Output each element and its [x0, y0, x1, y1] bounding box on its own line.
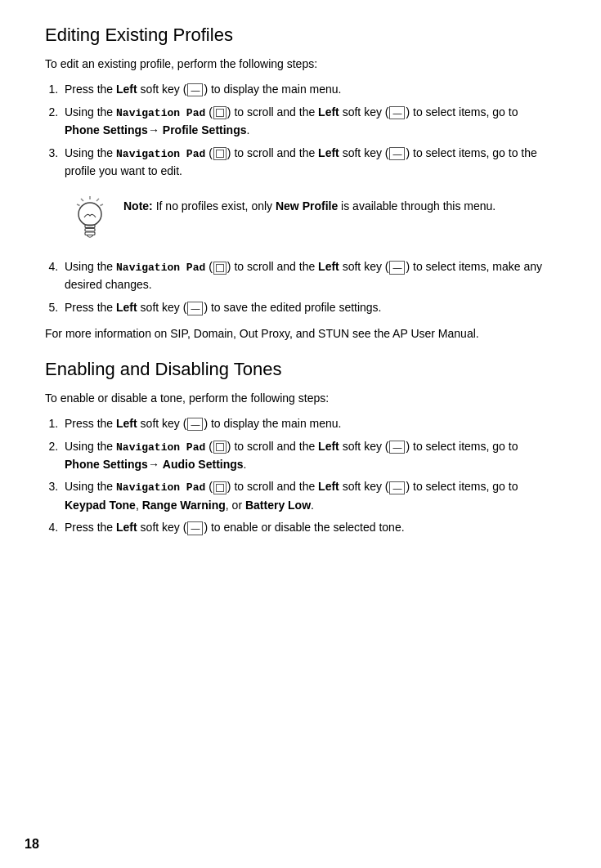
bold-left-s2-1: Left: [116, 417, 137, 430]
list-item: Using the Navigation Pad () to scroll an…: [61, 438, 556, 474]
bold-left-s2-2: Left: [318, 440, 339, 453]
list-item: Press the Left soft key (—) to save the …: [61, 299, 556, 317]
phone-settings-2: Phone Settings: [65, 123, 148, 136]
page-number: 18: [25, 837, 39, 852]
key-symbol-4: —: [389, 261, 405, 274]
section1-steps-continued: Using the Navigation Pad () to scroll an…: [61, 258, 556, 317]
nav-pad-icon-2: [213, 106, 226, 119]
note-text: Note: If no profiles exist, only New Pro…: [123, 195, 496, 215]
bold-left-1: Left: [116, 83, 137, 96]
key-symbol-5: —: [187, 302, 203, 315]
svg-rect-7: [85, 229, 95, 232]
section2-intro: To enable or disable a tone, perform the…: [45, 390, 556, 407]
bold-left-s2-3: Left: [318, 480, 339, 493]
profile-settings-2: Profile Settings: [163, 123, 247, 136]
section1-intro: To edit an existing profile, perform the…: [45, 56, 556, 73]
list-item: Press the Left soft key (—) to enable or…: [61, 519, 556, 537]
for-more-info: For more information on SIP, Domain, Out…: [45, 325, 556, 342]
section1-title: Editing Existing Profiles: [45, 25, 556, 46]
keypad-tone-bold: Keypad Tone: [65, 499, 136, 512]
range-warning-bold: Range Warning: [142, 499, 226, 512]
svg-line-4: [77, 204, 80, 206]
key-symbol-s2-1: —: [187, 418, 203, 431]
key-symbol-s2-4: —: [187, 521, 203, 535]
lightbulb-icon: [70, 195, 110, 244]
list-item: Using the Navigation Pad () to scroll an…: [61, 258, 556, 294]
list-item: Using the Navigation Pad () to scroll an…: [61, 145, 556, 181]
phone-settings-s2: Phone Settings: [65, 458, 148, 471]
nav-pad-icon-s2-2: [213, 441, 226, 454]
key-symbol-1: —: [187, 83, 203, 96]
bold-left-4: Left: [318, 260, 339, 273]
battery-low-bold: Battery Low: [245, 499, 311, 512]
nav-pad-term-s2-2: Navigation Pad: [116, 441, 205, 454]
note-label: Note:: [123, 199, 153, 213]
nav-pad-term-4: Navigation Pad: [116, 262, 205, 274]
key-symbol-s2-2: —: [389, 441, 405, 454]
nav-pad-term-s2-3: Navigation Pad: [116, 481, 205, 494]
bold-left-5: Left: [116, 301, 137, 314]
bold-left-s2-4: Left: [116, 521, 137, 534]
section1-steps: Press the Left soft key (—) to display t…: [61, 81, 556, 180]
key-symbol-2: —: [389, 106, 405, 119]
list-item: Press the Left soft key (—) to display t…: [61, 81, 556, 99]
bold-left-3: Left: [318, 146, 339, 159]
key-symbol-3: —: [389, 147, 405, 160]
svg-line-2: [81, 199, 83, 201]
note-box: Note: If no profiles exist, only New Pro…: [70, 195, 531, 244]
svg-line-3: [101, 204, 104, 206]
svg-point-5: [78, 203, 101, 226]
list-item: Using the Navigation Pad () to scroll an…: [61, 104, 556, 140]
nav-pad-icon-s2-3: [213, 481, 226, 494]
bold-left-2: Left: [318, 105, 339, 119]
nav-pad-icon-3: [213, 147, 226, 160]
nav-pad-term-2: Navigation Pad: [116, 107, 205, 119]
nav-pad-term-3: Navigation Pad: [116, 148, 205, 160]
section2-title: Enabling and Disabling Tones: [45, 359, 556, 380]
page-container: Editing Existing Profiles To edit an exi…: [0, 0, 601, 578]
nav-pad-icon-4: [213, 262, 226, 275]
list-item: Using the Navigation Pad () to scroll an…: [61, 478, 556, 514]
key-symbol-s2-3: —: [389, 481, 405, 494]
svg-line-1: [96, 199, 99, 201]
new-profile-bold: New Profile: [276, 199, 338, 213]
svg-rect-8: [85, 232, 95, 235]
audio-settings-s2: Audio Settings: [163, 458, 244, 471]
list-item: Press the Left soft key (—) to display t…: [61, 415, 556, 433]
section2-steps: Press the Left soft key (—) to display t…: [61, 415, 556, 537]
